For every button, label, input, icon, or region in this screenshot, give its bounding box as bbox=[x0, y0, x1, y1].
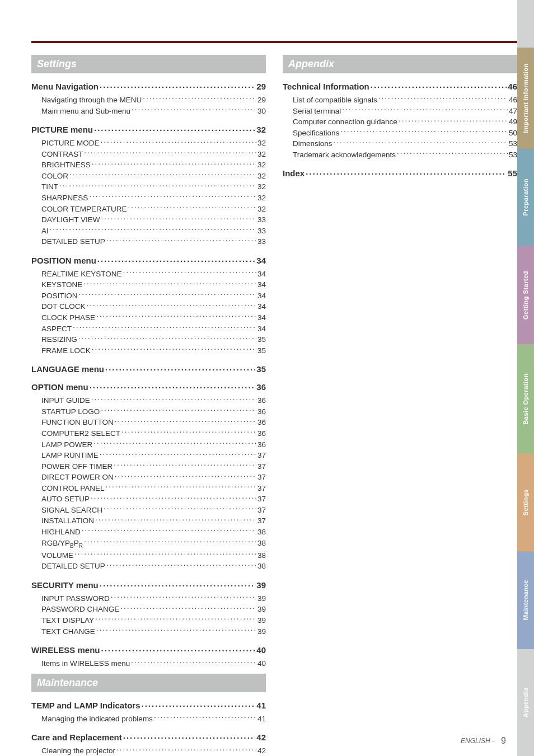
toc-line[interactable]: Serial terminal47 bbox=[283, 106, 517, 117]
columns: Settings Menu Navigation 29 Navigating t… bbox=[31, 50, 517, 756]
toc-group: INPUT PASSWORD39PASSWORD CHANGE39TEXT DI… bbox=[31, 593, 266, 637]
toc-page: 38 bbox=[257, 527, 266, 538]
leader-dots bbox=[123, 269, 256, 276]
toc-line[interactable]: Trademark acknowledgements53 bbox=[283, 149, 517, 161]
toc-line[interactable]: RESIZING35 bbox=[31, 334, 266, 345]
header-rule bbox=[31, 41, 517, 43]
toc-page: 37 bbox=[257, 505, 266, 516]
toc-line[interactable]: REALTIME KEYSTONE34 bbox=[31, 269, 266, 280]
toc-line[interactable]: DETAILED SETUP38 bbox=[31, 561, 266, 572]
toc-label: STARTUP LOGO bbox=[41, 406, 100, 417]
toc-line[interactable]: Computer connection guidance49 bbox=[283, 116, 517, 128]
tab-preparation[interactable]: Preparation bbox=[517, 148, 534, 246]
toc-line[interactable]: RGB/YPBPR38 bbox=[31, 538, 266, 550]
tab-settings[interactable]: Settings bbox=[517, 453, 534, 551]
toc-line[interactable]: Items in WIRELESS menu40 bbox=[31, 658, 266, 669]
toc-line[interactable]: TEXT CHANGE39 bbox=[31, 626, 266, 637]
toc-line[interactable]: CONTROL PANEL37 bbox=[31, 483, 266, 494]
leader-dots bbox=[104, 505, 256, 513]
toc-line[interactable]: PICTURE MODE32 bbox=[31, 138, 266, 149]
tab-basic-operation[interactable]: Basic Operation bbox=[517, 344, 534, 453]
toc-line[interactable]: COMPUTER2 SELECT36 bbox=[31, 428, 266, 439]
toc-line[interactable]: Dimensions53 bbox=[283, 138, 517, 149]
toc-line[interactable]: VOLUME38 bbox=[31, 550, 266, 561]
toc-line[interactable]: DAYLIGHT VIEW33 bbox=[31, 214, 266, 226]
toc-line[interactable]: LAMP RUNTIME37 bbox=[31, 450, 266, 461]
leader-dots bbox=[95, 616, 256, 623]
toc-line[interactable]: SIGNAL SEARCH37 bbox=[31, 505, 266, 516]
tab-appendix[interactable]: Appendix bbox=[517, 649, 534, 756]
toc-line[interactable]: AI33 bbox=[31, 226, 266, 237]
toc-label: DIRECT POWER ON bbox=[41, 472, 114, 483]
toc-line[interactable]: Navigating through the MENU29 bbox=[31, 95, 266, 106]
toc-line[interactable]: COLOR TEMPERATURE32 bbox=[31, 204, 266, 215]
leader-dots bbox=[106, 561, 256, 569]
tab-label: Basic Operation bbox=[522, 373, 529, 425]
toc-line[interactable]: DOT CLOCK34 bbox=[31, 301, 266, 312]
heading-menu-navigation[interactable]: Menu Navigation 29 bbox=[31, 81, 266, 91]
leader-dots bbox=[105, 364, 255, 372]
toc-line[interactable]: KEYSTONE34 bbox=[31, 279, 266, 290]
toc-line[interactable]: CONTRAST32 bbox=[31, 149, 266, 160]
toc-line[interactable]: INPUT PASSWORD39 bbox=[31, 593, 266, 604]
heading-position-menu[interactable]: POSITION menu 34 bbox=[31, 255, 266, 265]
toc-line[interactable]: HIGHLAND38 bbox=[31, 527, 266, 538]
leader-dots bbox=[82, 527, 256, 535]
heading-page: 46 bbox=[508, 82, 517, 91]
toc-line[interactable]: BRIGHTNESS32 bbox=[31, 159, 266, 171]
toc-label: POWER OFF TIMER bbox=[41, 461, 113, 472]
toc-line[interactable]: INSTALLATION37 bbox=[31, 515, 266, 527]
toc-line[interactable]: DETAILED SETUP33 bbox=[31, 236, 266, 247]
toc-line[interactable]: SHARPNESS32 bbox=[31, 192, 266, 204]
toc-line[interactable]: TEXT DISPLAY39 bbox=[31, 615, 266, 626]
toc-line[interactable]: AUTO SETUP37 bbox=[31, 494, 266, 505]
heading-security-menu[interactable]: SECURITY menu 39 bbox=[31, 580, 266, 590]
toc-group: Navigating through the MENU29Main menu a… bbox=[31, 95, 266, 116]
toc-page: 38 bbox=[257, 561, 266, 572]
tab-important-information[interactable]: Important Information bbox=[517, 48, 534, 148]
toc-line[interactable]: Managing the indicated problems41 bbox=[31, 713, 266, 725]
toc-line[interactable]: CLOCK PHASE34 bbox=[31, 312, 266, 323]
heading-picture-menu[interactable]: PICTURE menu 32 bbox=[31, 124, 266, 134]
leader-dots bbox=[59, 182, 256, 190]
toc-line[interactable]: STARTUP LOGO36 bbox=[31, 406, 266, 417]
tab-maintenance[interactable]: Maintenance bbox=[517, 551, 534, 649]
toc-line[interactable]: ASPECT34 bbox=[31, 323, 266, 335]
toc-page: 42 bbox=[257, 745, 266, 756]
toc-line[interactable]: POWER OFF TIMER37 bbox=[31, 461, 266, 472]
toc-page: 39 bbox=[257, 615, 266, 626]
leader-dots bbox=[128, 204, 256, 212]
tab-getting-started[interactable]: Getting Started bbox=[517, 246, 534, 344]
toc-line[interactable]: FUNCTION BUTTON36 bbox=[31, 417, 266, 428]
leader-dots bbox=[334, 139, 508, 147]
leader-dots bbox=[84, 538, 256, 546]
leader-dots bbox=[92, 345, 256, 353]
leader-dots bbox=[399, 117, 508, 125]
toc-line[interactable]: Cleaning the projector42 bbox=[31, 745, 266, 756]
toc-page: 47 bbox=[509, 106, 517, 117]
toc-line[interactable]: DIRECT POWER ON37 bbox=[31, 472, 266, 483]
toc-line[interactable]: LAMP POWER36 bbox=[31, 439, 266, 450]
toc-page: 37 bbox=[257, 494, 266, 505]
leader-dots bbox=[87, 302, 256, 309]
heading-language-menu[interactable]: LANGUAGE menu 35 bbox=[31, 364, 266, 374]
toc-line[interactable]: POSITION34 bbox=[31, 290, 266, 302]
toc-line[interactable]: Specifications50 bbox=[283, 128, 517, 139]
toc-line[interactable]: INPUT GUIDE36 bbox=[31, 395, 266, 406]
toc-line[interactable]: FRAME LOCK35 bbox=[31, 345, 266, 356]
toc-line[interactable]: PASSWORD CHANGE39 bbox=[31, 604, 266, 615]
heading-index[interactable]: Index 55 bbox=[283, 168, 517, 178]
toc-label: COLOR TEMPERATURE bbox=[41, 204, 127, 215]
heading-wireless-menu[interactable]: WIRELESS menu 40 bbox=[31, 645, 266, 655]
toc-line[interactable]: Main menu and Sub-menu30 bbox=[31, 106, 266, 117]
heading-option-menu[interactable]: OPTION menu 36 bbox=[31, 382, 266, 392]
heading-temp-lamp[interactable]: TEMP and LAMP Indicators 41 bbox=[31, 700, 266, 710]
toc-line[interactable]: TINT32 bbox=[31, 181, 266, 192]
toc-page: 39 bbox=[257, 626, 266, 637]
toc-line[interactable]: COLOR32 bbox=[31, 171, 266, 182]
toc-line[interactable]: List of compatible signals46 bbox=[283, 95, 517, 106]
leader-dots bbox=[97, 255, 255, 264]
heading-technical-information[interactable]: Technical Information 46 bbox=[283, 81, 517, 91]
leader-dots bbox=[91, 494, 256, 502]
leader-dots bbox=[84, 149, 256, 157]
